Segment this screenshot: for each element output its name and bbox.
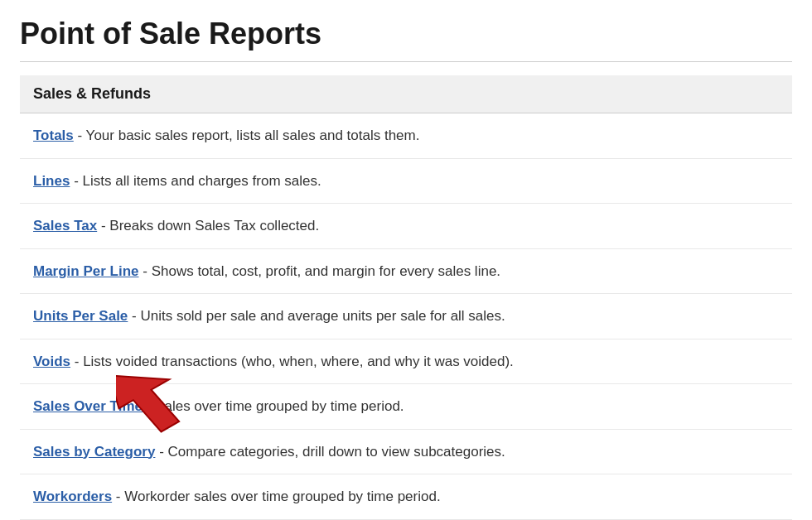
report-description-sales-by-category: - Compare categories, drill down to view… (155, 444, 505, 460)
report-item-lines: Lines - Lists all items and charges from… (20, 159, 792, 205)
report-link-sales-over-time[interactable]: Sales Over Time (33, 398, 143, 414)
report-link-totals[interactable]: Totals (33, 128, 74, 143)
report-item-sales-over-time: Sales Over Time - Sales over time groupe… (20, 384, 792, 430)
report-link-workorders[interactable]: Workorders (33, 489, 112, 504)
report-item-voids: Voids - Lists voided transactions (who, … (20, 339, 792, 385)
report-item-sales-tax: Sales Tax - Breaks down Sales Tax collec… (20, 204, 792, 249)
report-description-workorders: - Workorder sales over time grouped by t… (112, 489, 441, 504)
report-item-totals: Totals - Your basic sales report, lists … (20, 113, 792, 159)
report-link-sales-by-category[interactable]: Sales by Category (33, 444, 155, 460)
report-description-sales-tax: - Breaks down Sales Tax collected. (97, 218, 319, 234)
section-header: Sales & Refunds (20, 75, 792, 113)
report-description-lines: - Lists all items and charges from sales… (70, 173, 321, 189)
report-link-sales-tax[interactable]: Sales Tax (33, 218, 97, 234)
report-description-voids: - Lists voided transactions (who, when, … (70, 354, 514, 369)
report-link-units-per-sale[interactable]: Units Per Sale (33, 308, 128, 324)
report-description-units-per-sale: - Units sold per sale and average units … (128, 308, 505, 324)
report-item-workorders: Workorders - Workorder sales over time g… (20, 474, 792, 520)
report-item-sales-by-category: Sales by Category - Compare categories, … (20, 430, 792, 475)
page-title: Point of Sale Reports (20, 17, 792, 62)
report-item-units-per-sale: Units Per Sale - Units sold per sale and… (20, 294, 792, 339)
report-description-margin-per-line: - Shows total, cost, profit, and margin … (139, 263, 501, 279)
report-list: Totals - Your basic sales report, lists … (20, 113, 792, 520)
report-link-margin-per-line[interactable]: Margin Per Line (33, 263, 139, 279)
report-description-sales-over-time: - Sales over time grouped by time period… (143, 398, 404, 414)
report-item-margin-per-line: Margin Per Line - Shows total, cost, pro… (20, 249, 792, 295)
report-description-totals: - Your basic sales report, lists all sal… (74, 128, 420, 143)
report-link-voids[interactable]: Voids (33, 354, 70, 369)
report-link-lines[interactable]: Lines (33, 173, 70, 189)
